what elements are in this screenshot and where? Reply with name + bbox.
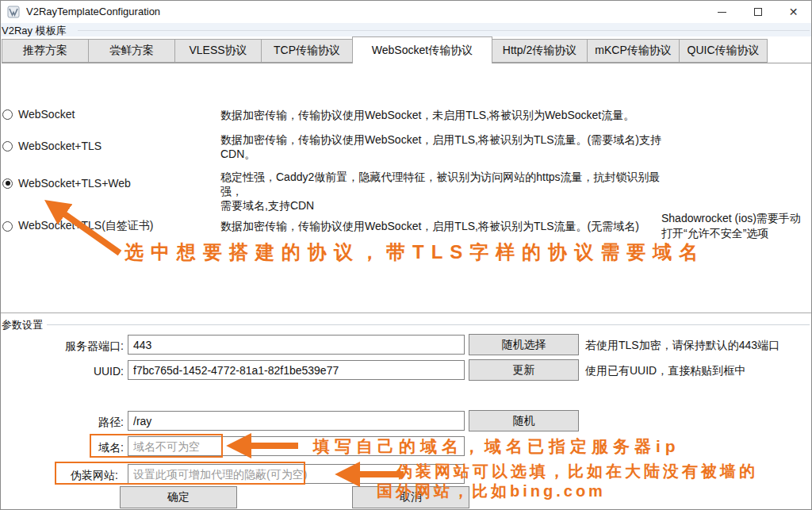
fake-site-label: 伪装网站: <box>31 469 118 483</box>
group-divider <box>78 30 810 31</box>
tab-vless[interactable]: VLESS协议 <box>174 39 262 63</box>
desc-websocket: 数据加密传输，传输协议使用WebSocket，未启用TLS,将被识别为WebSo… <box>220 108 668 122</box>
radio-websocket-tls-web[interactable]: WebSocket+TLS+Web <box>2 177 131 190</box>
close-icon: ✕ <box>789 6 799 17</box>
server-port-input[interactable] <box>128 335 465 355</box>
section-divider <box>1 313 811 313</box>
radio-websocket-tls-selfsigned[interactable]: WebSocket+TLS(自签证书) <box>2 219 154 233</box>
uuid-input[interactable] <box>128 360 465 380</box>
radio-circle-icon <box>2 109 13 120</box>
path-label: 路径: <box>36 416 124 430</box>
uuid-label: UUID: <box>36 365 124 378</box>
server-port-label: 服务器端口: <box>36 339 124 354</box>
tab-recommended[interactable]: 推荐方案 <box>2 39 89 63</box>
random-path-button[interactable]: 随机 <box>469 410 579 431</box>
desc-websocket-tls-selfsigned: 数据加密传输，传输协议使用WebSocket，启用TLS,将被识别为TLS流量。… <box>220 219 668 233</box>
minimize-icon <box>718 12 726 13</box>
title-bar: V2RayTemplateConfiguration ✕ <box>1 1 811 23</box>
params-group-label: 参数设置 <box>2 318 43 332</box>
desc-websocket-tls-web: 稳定性强，Caddy2做前置，隐藏代理特征，被识别为访问网站的https流量，抗… <box>220 170 668 213</box>
radio-circle-icon <box>2 141 13 151</box>
ok-button[interactable]: 确定 <box>120 486 237 508</box>
app-window: V2RayTemplateConfiguration ✕ V2Ray 模板库 推… <box>0 0 812 510</box>
desc-websocket-tls: 数据加密传输，传输协议使用WebSocket，启用TLS,将被识别为TLS流量。… <box>220 132 668 161</box>
update-uuid-button[interactable]: 更新 <box>469 359 579 381</box>
radio-circle-icon <box>2 221 13 232</box>
cancel-button[interactable]: 取消 <box>352 486 469 508</box>
domain-label: 域名: <box>36 441 124 455</box>
domain-input[interactable] <box>128 436 465 456</box>
window-controls: ✕ <box>704 1 811 23</box>
tab-websocket[interactable]: WebSocket传输协议 <box>352 36 492 63</box>
radio-websocket-tls[interactable]: WebSocket+TLS <box>2 140 102 152</box>
port-note: 若使用TLS加密，请保持默认的443端口 <box>585 339 779 353</box>
radio-websocket-label: WebSocket <box>18 108 75 121</box>
template-library-group-label: V2Ray 模板库 <box>2 24 67 38</box>
tab-http2[interactable]: Http/2传输协议 <box>492 39 588 63</box>
tab-quic[interactable]: QUIC传输协议 <box>679 39 768 63</box>
radio-websocket-tls-label: WebSocket+TLS <box>18 140 102 152</box>
v2ray-logo-icon <box>7 6 20 18</box>
random-port-button[interactable]: 随机选择 <box>469 334 579 355</box>
template-library-group-header: V2Ray 模板库 <box>1 23 811 36</box>
path-input[interactable] <box>128 411 465 431</box>
tab-bar: 推荐方案 尝鲜方案 VLESS协议 TCP传输协议 WebSocket传输协议 … <box>2 37 811 63</box>
radio-websocket-tls-web-label: WebSocket+TLS+Web <box>18 177 131 190</box>
minimize-button[interactable] <box>704 1 740 23</box>
tab-tcp[interactable]: TCP传输协议 <box>261 39 353 63</box>
group-divider <box>47 324 810 325</box>
close-button[interactable]: ✕ <box>776 1 811 23</box>
protocol-tip-text: 选中想要搭建的协议，带TLS字样的协议需要域名 <box>124 240 705 265</box>
fake-site-input[interactable] <box>128 464 465 484</box>
annotation-arrows <box>1 1 812 510</box>
shadowrocket-note: Shadowrocket (ios)需要手动 打开“允许不安全”选项 <box>661 211 810 241</box>
radio-websocket[interactable]: WebSocket <box>2 108 75 121</box>
maximize-button[interactable] <box>740 1 776 23</box>
radio-websocket-tls-selfsigned-label: WebSocket+TLS(自签证书) <box>18 219 154 233</box>
uuid-note: 使用已有UUID，直接粘贴到框中 <box>585 364 745 378</box>
window-title: V2RayTemplateConfiguration <box>26 6 160 17</box>
tab-mkcp[interactable]: mKCP传输协议 <box>587 39 680 63</box>
tab-fresh[interactable]: 尝鲜方案 <box>88 39 175 63</box>
maximize-icon <box>754 8 762 16</box>
radio-selected-icon <box>2 178 13 189</box>
